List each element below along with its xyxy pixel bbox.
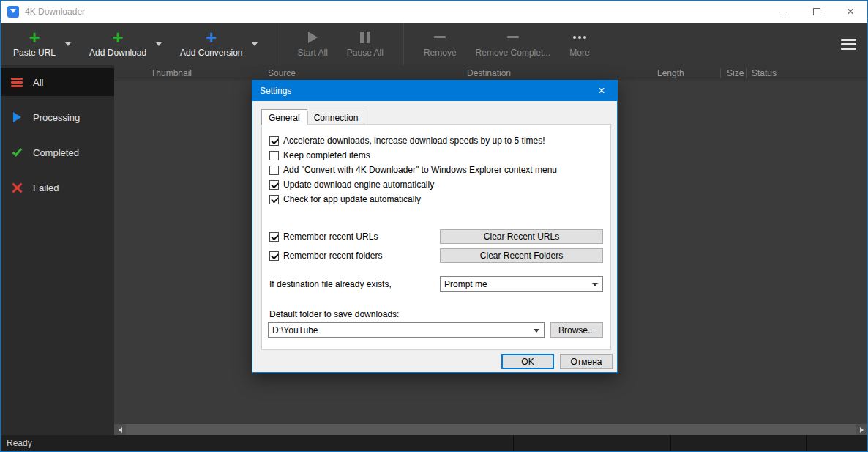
file-exists-dropdown[interactable]: Prompt me [440,276,603,292]
column-header-destination[interactable]: Destination [467,68,511,78]
add-download-label: Add Download [89,48,146,58]
tab-general[interactable]: General [261,109,307,125]
file-exists-label: If destination file already exists, [269,279,392,289]
minus-icon [507,36,519,38]
toolbar: + Paste URL + Add Download + Add Convers… [1,23,867,65]
column-header-source[interactable]: Source [268,68,296,78]
chevron-down-icon [534,329,539,333]
checkbox-icon [269,251,279,261]
ellipsis-icon [578,36,581,39]
clear-recent-urls-button[interactable]: Clear Recent URLs [440,229,603,244]
checkbox-remember-urls[interactable]: Remember recent URLs [269,231,378,242]
remove-button[interactable]: Remove [414,23,466,65]
plus-icon: + [29,31,40,44]
column-header-size[interactable]: Size [727,68,744,78]
maximize-button[interactable] [800,1,834,23]
checkbox-label: Accelerate downloads, increase download … [283,136,545,146]
dialog-title: Settings [260,86,291,96]
more-label: More [569,48,589,58]
sidebar-item-label: Completed [33,147,79,158]
column-header-status[interactable]: Status [752,68,777,78]
hamburger-icon [841,43,856,45]
status-text: Ready [7,438,32,448]
checkbox-label: Check for app update automatically [283,194,421,204]
settings-dialog: Settings × General Connection Accelerate… [252,80,618,373]
sidebar-item-processing[interactable]: Processing [1,103,114,131]
start-all-label: Start All [297,48,327,58]
dialog-close-button[interactable]: × [586,81,617,101]
pause-all-button[interactable]: Pause All [337,23,393,65]
sidebar-item-all[interactable]: All [1,68,114,96]
checkbox-remember-folders[interactable]: Remember recent folders [269,251,382,261]
paste-url-dropdown-caret-icon[interactable] [65,42,71,46]
arrow-left-icon [119,427,122,433]
close-button[interactable]: × [834,1,867,23]
sidebar-item-failed[interactable]: Failed [1,174,114,201]
checkbox-icon [269,195,279,204]
arrow-right-icon [860,427,864,433]
dialog-titlebar[interactable]: Settings × [252,81,617,101]
options-list: Accelerate downloads, increase download … [269,136,557,209]
more-button[interactable]: More [560,23,599,65]
cancel-button[interactable]: Отмена [560,354,613,369]
pause-all-label: Pause All [347,48,384,58]
tab-connection[interactable]: Connection [307,111,365,124]
play-icon [308,32,318,43]
start-all-button[interactable]: Start All [288,23,337,65]
horizontal-scrollbar[interactable] [114,424,867,435]
check-icon [12,146,22,156]
sidebar-item-label: Processing [33,112,80,123]
add-conversion-button[interactable]: + Add Conversion [171,23,252,65]
scroll-left-button[interactable] [114,424,126,435]
toolbar-separator [403,23,404,65]
toolbar-separator [277,23,277,65]
default-folder-combobox[interactable]: D:\YouTube [268,322,545,338]
checkbox-label: Remember recent URLs [283,231,378,242]
ok-button[interactable]: OK [501,354,554,369]
sidebar-item-label: All [33,77,43,88]
checkbox-label: Update download engine automatically [283,179,434,190]
browse-button[interactable]: Browse... [550,322,603,338]
remove-completed-button[interactable]: Remove Complet... [466,23,561,65]
checkbox-label: Keep completed items [283,150,370,160]
checkbox-icon [269,151,279,160]
column-header-length[interactable]: Length [657,68,684,78]
checkbox-accelerate-downloads[interactable]: Accelerate downloads, increase download … [269,136,557,146]
statusbar-separator [806,435,807,451]
app-logo-icon [7,6,19,18]
scroll-right-button[interactable] [856,424,867,435]
add-conversion-dropdown-caret-icon[interactable] [252,42,258,46]
column-header-thumbnail[interactable]: Thumbnail [151,68,192,78]
checkbox-keep-completed[interactable]: Keep completed items [269,150,557,160]
statusbar-separator [670,435,671,451]
file-exists-value: Prompt me [444,279,487,289]
pause-icon [360,32,370,43]
default-folder-label: Default folder to save downloads: [269,309,399,319]
paste-url-label: Paste URL [13,48,56,58]
default-folder-value: D:\YouTube [272,325,318,336]
titlebar[interactable]: 4K Downloader × [1,1,867,23]
close-icon: × [847,6,853,18]
play-icon [13,112,21,122]
sidebar-item-completed[interactable]: Completed [1,138,114,166]
menu-button[interactable] [829,23,867,65]
column-separator [720,68,721,78]
checkbox-update-engine[interactable]: Update download engine automatically [269,179,557,190]
checkbox-check-app-update[interactable]: Check for app update automatically [269,194,557,204]
window-title: 4K Downloader [25,7,85,17]
remove-label: Remove [424,48,457,58]
minimize-icon [779,12,787,12]
add-conversion-label: Add Conversion [180,48,242,58]
checkbox-context-menu[interactable]: Add "Convert with 4K Downloader" to Wind… [269,165,557,175]
list-column-header: Thumbnail Source Destination Length Size… [114,65,867,81]
paste-url-button[interactable]: + Paste URL [4,23,65,65]
x-icon [12,182,23,193]
minus-icon [434,36,446,38]
add-download-button[interactable]: + Add Download [80,23,156,65]
checkbox-label: Remember recent folders [283,251,382,261]
add-download-dropdown-caret-icon[interactable] [156,42,162,46]
list-icon [11,81,23,84]
plus-icon: + [206,31,217,44]
clear-recent-folders-button[interactable]: Clear Recent Folders [440,248,603,263]
minimize-button[interactable] [766,1,800,23]
